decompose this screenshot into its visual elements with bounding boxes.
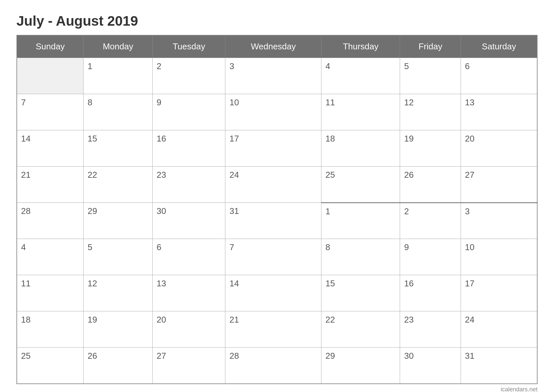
calendar-day-cell: 7 (225, 239, 321, 275)
calendar-week-row: 123456 (17, 58, 537, 94)
calendar-day-cell: 8 (321, 239, 400, 275)
footer-attribution: icalendars.net (16, 386, 538, 392)
calendar-day-cell: 25 (17, 348, 84, 384)
calendar-day-cell: 18 (17, 311, 84, 348)
calendar-day-cell: 8 (84, 94, 153, 130)
calendar-week-row: 28293031123 (17, 203, 537, 239)
calendar-day-cell: 3 (225, 58, 321, 94)
calendar-day-cell: 7 (17, 94, 84, 130)
calendar-day-cell: 13 (153, 275, 225, 311)
calendar-day-cell: 3 (461, 203, 537, 239)
calendar-day-cell: 19 (400, 130, 461, 167)
calendar-day-cell: 20 (461, 130, 537, 167)
calendar-table: SundayMondayTuesdayWednesdayThursdayFrid… (16, 35, 538, 384)
calendar-day-cell: 17 (461, 275, 537, 311)
weekday-header-saturday: Saturday (461, 35, 537, 58)
calendar-day-cell: 15 (84, 130, 153, 167)
calendar-day-cell: 4 (321, 58, 400, 94)
weekday-header-wednesday: Wednesday (225, 35, 321, 58)
weekday-header-tuesday: Tuesday (153, 35, 225, 58)
calendar-day-cell: 24 (225, 167, 321, 203)
calendar-day-cell: 21 (225, 311, 321, 348)
calendar-day-cell: 14 (225, 275, 321, 311)
calendar-day-cell: 5 (400, 58, 461, 94)
calendar-day-cell: 29 (84, 203, 153, 239)
calendar-day-cell: 26 (400, 167, 461, 203)
calendar-day-cell: 24 (461, 311, 537, 348)
calendar-day-cell: 22 (321, 311, 400, 348)
calendar-day-cell: 14 (17, 130, 84, 167)
calendar-day-cell: 11 (17, 275, 84, 311)
calendar-week-row: 11121314151617 (17, 275, 537, 311)
calendar-day-cell: 27 (461, 167, 537, 203)
calendar-day-cell: 31 (461, 348, 537, 384)
calendar-day-cell: 15 (321, 275, 400, 311)
calendar-day-cell: 17 (225, 130, 321, 167)
weekday-header-thursday: Thursday (321, 35, 400, 58)
calendar-day-cell: 30 (153, 203, 225, 239)
calendar-week-row: 45678910 (17, 239, 537, 275)
calendar-day-cell: 2 (153, 58, 225, 94)
calendar-day-cell: 16 (400, 275, 461, 311)
calendar-week-row: 25262728293031 (17, 348, 537, 384)
calendar-day-cell: 1 (84, 58, 153, 94)
calendar-day-cell: 26 (84, 348, 153, 384)
calendar-day-cell: 10 (225, 94, 321, 130)
calendar-day-cell (17, 58, 84, 94)
calendar-week-row: 21222324252627 (17, 167, 537, 203)
calendar-day-cell: 25 (321, 167, 400, 203)
page-title: July - August 2019 (16, 13, 538, 29)
calendar-week-row: 18192021222324 (17, 311, 537, 348)
calendar-day-cell: 19 (84, 311, 153, 348)
calendar-day-cell: 23 (153, 167, 225, 203)
calendar-day-cell: 1 (321, 203, 400, 239)
calendar-day-cell: 28 (17, 203, 84, 239)
calendar-day-cell: 23 (400, 311, 461, 348)
calendar-day-cell: 31 (225, 203, 321, 239)
calendar-day-cell: 21 (17, 167, 84, 203)
calendar-day-cell: 12 (84, 275, 153, 311)
calendar-day-cell: 16 (153, 130, 225, 167)
calendar-day-cell: 18 (321, 130, 400, 167)
calendar-day-cell: 2 (400, 203, 461, 239)
weekday-header-monday: Monday (84, 35, 153, 58)
calendar-day-cell: 9 (153, 94, 225, 130)
calendar-day-cell: 12 (400, 94, 461, 130)
calendar-day-cell: 20 (153, 311, 225, 348)
calendar-day-cell: 10 (461, 239, 537, 275)
calendar-day-cell: 29 (321, 348, 400, 384)
calendar-week-row: 14151617181920 (17, 130, 537, 167)
calendar-day-cell: 6 (153, 239, 225, 275)
calendar-day-cell: 11 (321, 94, 400, 130)
calendar-day-cell: 13 (461, 94, 537, 130)
calendar-day-cell: 6 (461, 58, 537, 94)
calendar-day-cell: 5 (84, 239, 153, 275)
calendar-day-cell: 4 (17, 239, 84, 275)
weekday-header-sunday: Sunday (17, 35, 84, 58)
calendar-week-row: 78910111213 (17, 94, 537, 130)
weekday-header-friday: Friday (400, 35, 461, 58)
calendar-day-cell: 27 (153, 348, 225, 384)
calendar-day-cell: 30 (400, 348, 461, 384)
calendar-day-cell: 22 (84, 167, 153, 203)
calendar-day-cell: 9 (400, 239, 461, 275)
calendar-day-cell: 28 (225, 348, 321, 384)
weekday-header-row: SundayMondayTuesdayWednesdayThursdayFrid… (17, 35, 537, 58)
